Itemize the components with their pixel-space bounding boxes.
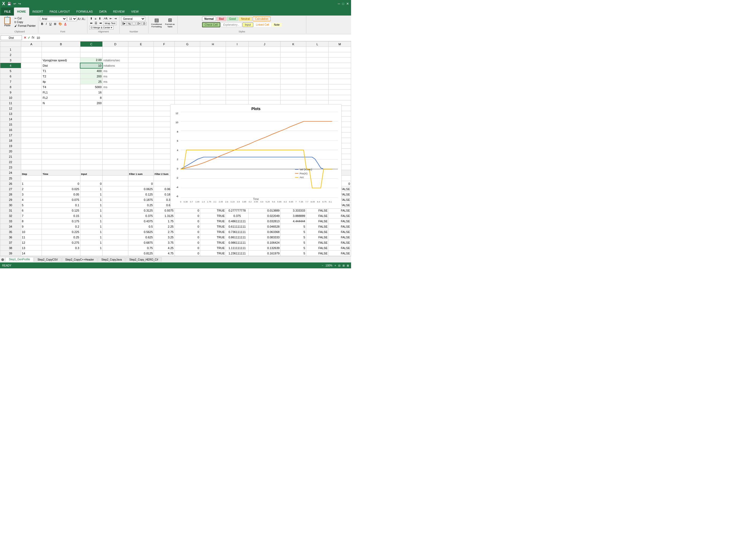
cell-r16-c4[interactable] bbox=[103, 127, 128, 133]
cell-r19-c3[interactable] bbox=[80, 143, 103, 149]
cell-r39-c6[interactable]: 4.75 bbox=[154, 251, 175, 256]
col-header-d[interactable]: D bbox=[103, 42, 128, 47]
cell-r29-c2[interactable]: 0.075 bbox=[42, 197, 80, 203]
cell-r18-c3[interactable] bbox=[80, 138, 103, 143]
cell-r12-c3[interactable] bbox=[80, 106, 103, 111]
cell-r32-c6[interactable]: 1.3125 bbox=[154, 213, 175, 219]
cell-r35-c2[interactable]: 0.225 bbox=[42, 229, 80, 235]
col-header-h[interactable]: H bbox=[200, 42, 226, 47]
cell-r33-c9[interactable]: 0.486111111 bbox=[226, 219, 248, 224]
cell-r3-c2[interactable]: Vprog(max speed) bbox=[42, 58, 80, 63]
indent-increase-icon[interactable]: ⇥ bbox=[113, 17, 117, 21]
cell-r38-c8[interactable]: TRUE bbox=[200, 245, 226, 251]
cell-r7-c8[interactable] bbox=[200, 79, 226, 84]
align-top-icon[interactable]: ⬆ bbox=[89, 17, 93, 21]
cell-r8-c1[interactable] bbox=[21, 84, 42, 90]
row-header-19[interactable]: 19 bbox=[0, 143, 21, 149]
cell-r17-c5[interactable] bbox=[128, 133, 154, 138]
cell-r12-c2[interactable] bbox=[42, 106, 80, 111]
cell-r25-c1[interactable] bbox=[21, 176, 42, 181]
cell-r22-c2[interactable] bbox=[42, 159, 80, 165]
cell-r5-c13[interactable] bbox=[329, 68, 351, 74]
underline-button[interactable]: U bbox=[48, 22, 53, 26]
cell-r20-c1[interactable] bbox=[21, 149, 42, 154]
cell-r23-c2[interactable] bbox=[42, 165, 80, 170]
cell-r39-c2[interactable] bbox=[42, 251, 80, 256]
cell-r32-c11[interactable]: 3.888889 bbox=[281, 213, 306, 219]
cell-r6-c13[interactable] bbox=[329, 74, 351, 79]
italic-button[interactable]: I bbox=[45, 22, 48, 26]
cell-r37-c5[interactable]: 0.6875 bbox=[128, 240, 154, 245]
cell-r24-c5[interactable]: Filter 1 sum bbox=[128, 170, 154, 176]
row-header-8[interactable]: 8 bbox=[0, 84, 21, 90]
cell-r33-c4[interactable] bbox=[103, 219, 128, 224]
cell-r6-c6[interactable] bbox=[154, 74, 175, 79]
cell-r19-c2[interactable] bbox=[42, 143, 80, 149]
view-layout-icon[interactable]: ⊞ bbox=[342, 264, 345, 267]
align-right-icon[interactable]: ➡ bbox=[99, 21, 103, 25]
cell-r39-c8[interactable]: TRUE bbox=[200, 251, 226, 256]
cell-r17-c1[interactable] bbox=[21, 133, 42, 138]
row-header-14[interactable]: 14 bbox=[0, 117, 21, 122]
cell-r8-c13[interactable] bbox=[329, 84, 351, 90]
merge-center-button[interactable]: ⊡ Merge & Center ▾ bbox=[89, 26, 114, 29]
tab-page-layout[interactable]: PAGE LAYOUT bbox=[46, 8, 73, 16]
cell-r27-c2[interactable]: 0.025 bbox=[42, 187, 80, 192]
cell-r33-c8[interactable]: TRUE bbox=[200, 219, 226, 224]
cell-r32-c4[interactable] bbox=[103, 213, 128, 219]
cell-r36-c9[interactable]: 0.861111111 bbox=[226, 235, 248, 240]
cell-r22-c4[interactable] bbox=[103, 159, 128, 165]
cell-r8-c8[interactable] bbox=[200, 84, 226, 90]
cell-r34-c9[interactable]: 0.611111111 bbox=[226, 224, 248, 229]
cell-r6-c9[interactable] bbox=[226, 74, 248, 79]
cell-r38-c9[interactable]: 1.111111111 bbox=[226, 245, 248, 251]
quick-access-toolbar[interactable]: X 💾 ↩ ↪ bbox=[2, 1, 21, 6]
col-header-a[interactable]: A bbox=[21, 42, 42, 47]
cell-r6-c5[interactable] bbox=[128, 74, 154, 79]
cell-r20-c5[interactable] bbox=[128, 149, 154, 154]
style-explanatory[interactable]: Explanatory... bbox=[221, 23, 242, 27]
copy-button[interactable]: ⎘ Copy bbox=[14, 20, 36, 24]
style-input[interactable]: Input bbox=[243, 23, 253, 27]
decrease-font-icon[interactable]: A↓ bbox=[82, 17, 85, 21]
formula-input[interactable] bbox=[36, 36, 351, 39]
cell-r34-c4[interactable] bbox=[103, 224, 128, 229]
cell-r31-c1[interactable]: 6 bbox=[21, 208, 42, 213]
cell-r6-c1[interactable] bbox=[21, 74, 42, 79]
cell-r6-c8[interactable] bbox=[200, 74, 226, 79]
cell-r9-c9[interactable] bbox=[226, 90, 248, 95]
cell-r3-c9[interactable] bbox=[226, 58, 248, 63]
row-header-38[interactable]: 38 bbox=[0, 245, 21, 251]
decimal-increase-icon[interactable]: .0+ bbox=[136, 22, 141, 25]
cell-r25-c5[interactable] bbox=[128, 176, 154, 181]
cell-r21-c4[interactable] bbox=[103, 154, 128, 159]
cell-r7-c4[interactable]: ms bbox=[103, 79, 128, 84]
cell-r1-c1[interactable] bbox=[21, 47, 42, 52]
row-header-30[interactable]: 30 bbox=[0, 203, 21, 208]
cell-r19-c1[interactable] bbox=[21, 143, 42, 149]
paste-button[interactable]: 📋 Paste bbox=[3, 17, 12, 27]
cell-r4-c5[interactable] bbox=[128, 63, 154, 68]
cell-r24-c2[interactable]: Time bbox=[42, 170, 80, 176]
row-header-26[interactable]: 26 bbox=[0, 181, 21, 187]
cell-r32-c9[interactable]: 0.375 bbox=[226, 213, 248, 219]
cell-r7-c2[interactable]: itp bbox=[42, 79, 80, 84]
cell-r10-c11[interactable] bbox=[281, 95, 306, 100]
cell-r2-c5[interactable] bbox=[128, 52, 154, 58]
cell-r28-c3[interactable]: 1 bbox=[80, 192, 103, 197]
cell-r4-c7[interactable] bbox=[174, 63, 200, 68]
cell-r39-c12[interactable]: FALSE bbox=[306, 251, 329, 256]
cell-r14-c5[interactable] bbox=[128, 117, 154, 122]
cell-r13-c3[interactable] bbox=[80, 111, 103, 117]
cell-r37-c13[interactable]: FALSE bbox=[329, 240, 351, 245]
cell-r6-c11[interactable] bbox=[281, 74, 306, 79]
cell-r5-c6[interactable] bbox=[154, 68, 175, 74]
cell-r21-c2[interactable] bbox=[42, 154, 80, 159]
cell-r9-c6[interactable] bbox=[154, 90, 175, 95]
cell-r30-c1[interactable]: 5 bbox=[21, 203, 42, 208]
style-check-cell[interactable]: Check Cell bbox=[202, 22, 220, 27]
cell-r9-c4[interactable] bbox=[103, 90, 128, 95]
cell-r4-c13[interactable] bbox=[329, 63, 351, 68]
cell-r9-c12[interactable] bbox=[306, 90, 329, 95]
cell-r10-c6[interactable] bbox=[154, 95, 175, 100]
